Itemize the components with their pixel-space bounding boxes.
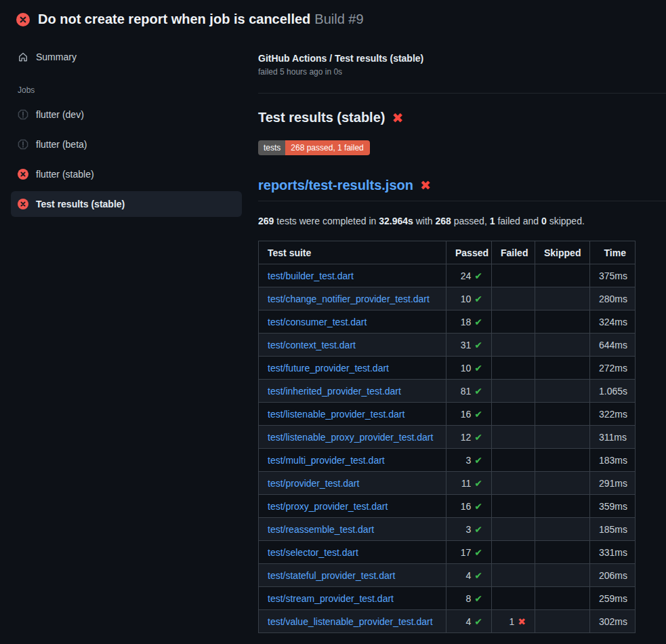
cancelled-icon	[18, 109, 28, 120]
test-suite-link[interactable]: test/consumer_test.dart	[268, 317, 367, 327]
divider	[258, 93, 666, 94]
skipped-cell	[535, 564, 590, 587]
passed-cell: 8✔	[446, 587, 492, 610]
build-number: Build #9	[314, 12, 363, 26]
sidebar-item-flutter-stable[interactable]: flutter (stable)	[11, 161, 242, 187]
summary-segment: 268	[436, 216, 451, 226]
passed-cell: 10✔	[446, 357, 492, 380]
home-icon	[18, 52, 28, 62]
passed-cell: 10✔	[446, 287, 492, 310]
time-cell: 311ms	[590, 426, 636, 449]
check-icon: ✔	[474, 294, 482, 304]
time-cell: 1.065s	[590, 380, 636, 403]
passed-cell: 31✔	[446, 334, 492, 357]
summary-segment: failed and	[495, 216, 542, 226]
sidebar-item-summary[interactable]: Summary	[11, 46, 242, 68]
page-title: Do not create report when job is cancell…	[38, 12, 364, 27]
test-suite-link[interactable]: test/context_test.dart	[268, 340, 356, 350]
tests-badge: tests 268 passed, 1 failed	[258, 140, 370, 155]
skipped-cell	[535, 334, 590, 357]
sidebar-item-test-results-stable[interactable]: Test results (stable)	[11, 191, 242, 217]
test-suite-cell: test/stateful_provider_test.dart	[259, 564, 446, 587]
sidebar-item-flutter-dev[interactable]: flutter (dev)	[11, 102, 242, 127]
passed-cell: 16✔	[446, 495, 492, 518]
skipped-cell	[535, 310, 590, 334]
failed-cell	[492, 426, 535, 449]
table-row: test/inherited_provider_test.dart81✔1.06…	[259, 380, 636, 403]
passed-cell: 3✔	[446, 449, 492, 472]
failed-x-icon: ✖	[420, 179, 431, 192]
passed-count: 10	[461, 363, 472, 374]
test-suite-cell: test/future_provider_test.dart	[259, 357, 446, 380]
table-row: test/builder_test.dart24✔375ms	[259, 264, 636, 287]
failed-cell	[492, 287, 535, 310]
time-cell: 359ms	[590, 495, 636, 518]
report-file-link[interactable]: reports/test-results.json	[258, 178, 413, 193]
test-suite-link[interactable]: test/value_listenable_provider_test.dart	[268, 616, 433, 627]
check-icon: ✔	[474, 570, 482, 581]
column-header-failed: Failed	[492, 241, 535, 264]
test-suite-link[interactable]: test/provider_test.dart	[268, 478, 359, 489]
column-header-passed: Passed	[446, 241, 492, 264]
test-suite-link[interactable]: test/change_notifier_provider_test.dart	[268, 294, 430, 304]
test-suite-cell: test/reassemble_test.dart	[259, 518, 446, 541]
skipped-cell	[535, 287, 590, 310]
time-cell: 280ms	[590, 287, 636, 310]
test-suite-link[interactable]: test/future_provider_test.dart	[268, 363, 389, 374]
test-suite-link[interactable]: test/reassemble_test.dart	[268, 524, 374, 535]
skipped-cell	[535, 380, 590, 403]
skipped-cell	[535, 403, 590, 426]
badge-value: 268 passed, 1 failed	[285, 140, 369, 155]
check-icon: ✔	[474, 501, 482, 512]
test-suite-link[interactable]: test/selector_test.dart	[268, 547, 358, 558]
check-icon: ✔	[474, 409, 482, 420]
test-suite-cell: test/selector_test.dart	[259, 541, 446, 564]
check-icon: ✔	[474, 432, 482, 443]
test-suite-link[interactable]: test/inherited_provider_test.dart	[268, 386, 401, 397]
sidebar: Summary Jobs flutter (dev) flutter (beta…	[0, 37, 253, 221]
check-icon: ✔	[474, 593, 482, 604]
check-icon: ✔	[474, 616, 482, 627]
test-suite-link[interactable]: test/listenable_provider_test.dart	[268, 409, 404, 420]
test-suite-link[interactable]: test/proxy_provider_test.dart	[268, 501, 388, 512]
passed-count: 17	[461, 547, 472, 558]
time-cell: 302ms	[590, 610, 636, 633]
passed-cell: 18✔	[446, 310, 492, 334]
main-content: GitHub Actions / Test results (stable) f…	[253, 37, 666, 633]
failed-cell	[492, 403, 535, 426]
time-cell: 331ms	[590, 541, 636, 564]
page-header: Do not create report when job is cancell…	[0, 0, 666, 37]
time-cell: 322ms	[590, 403, 636, 426]
layout: Summary Jobs flutter (dev) flutter (beta…	[0, 37, 666, 633]
test-results-table: Test suitePassedFailedSkippedTime test/b…	[258, 241, 636, 633]
test-suite-link[interactable]: test/stream_provider_test.dart	[268, 593, 394, 604]
passed-count: 3	[465, 455, 471, 466]
table-row: test/context_test.dart31✔644ms	[259, 334, 636, 357]
sidebar-summary-label: Summary	[36, 52, 77, 62]
skipped-cell	[535, 426, 590, 449]
table-row: test/value_listenable_provider_test.dart…	[259, 610, 636, 633]
skipped-cell	[535, 495, 590, 518]
test-suite-link[interactable]: test/listenable_proxy_provider_test.dart	[268, 432, 433, 443]
passed-count: 16	[461, 501, 472, 512]
failed-cell: 1✖	[492, 610, 535, 633]
column-header-time: Time	[590, 241, 636, 264]
passed-count: 81	[461, 386, 472, 397]
time-cell: 206ms	[590, 564, 636, 587]
passed-count: 4	[465, 570, 471, 581]
passed-count: 31	[461, 340, 472, 350]
failed-cell	[492, 449, 535, 472]
sidebar-item-flutter-beta[interactable]: flutter (beta)	[11, 132, 242, 157]
test-suite-link[interactable]: test/builder_test.dart	[268, 270, 354, 281]
test-suite-cell: test/stream_provider_test.dart	[259, 587, 446, 610]
time-cell: 183ms	[590, 449, 636, 472]
test-suite-link[interactable]: test/stateful_provider_test.dart	[268, 570, 395, 581]
failed-status-icon	[18, 169, 28, 180]
check-icon: ✔	[474, 455, 482, 466]
test-suite-link[interactable]: test/multi_provider_test.dart	[268, 455, 385, 466]
failed-cell	[492, 495, 535, 518]
time-cell: 324ms	[590, 310, 636, 334]
passed-count: 11	[461, 478, 472, 489]
cancelled-icon	[18, 139, 28, 150]
passed-count: 24	[461, 270, 472, 281]
